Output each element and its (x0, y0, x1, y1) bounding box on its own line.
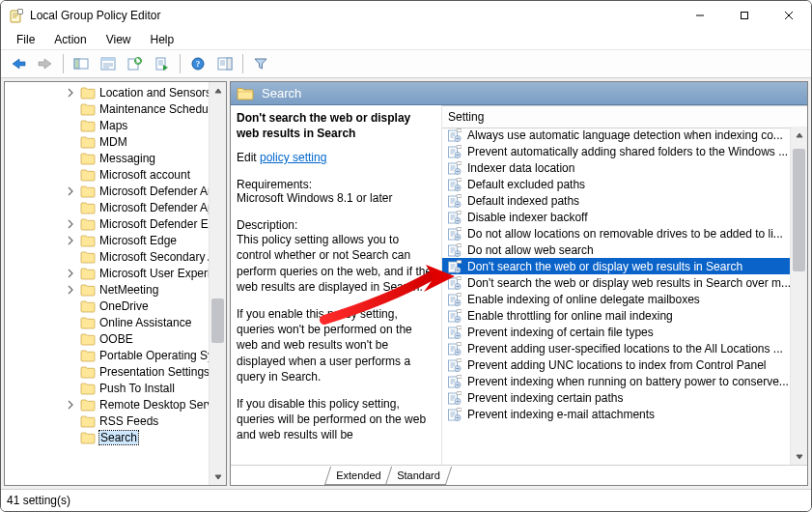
setting-row[interactable]: Prevent indexing when running on battery… (442, 373, 791, 389)
setting-row[interactable]: Prevent adding UNC locations to index fr… (442, 356, 791, 373)
chevron-right-icon[interactable] (66, 186, 75, 196)
menu-view[interactable]: View (97, 30, 141, 49)
setting-row[interactable]: Indexer data location (442, 159, 791, 176)
chevron-right-icon[interactable] (66, 400, 75, 410)
setting-label: Indexer data location (467, 161, 574, 175)
tree-item[interactable]: Microsoft account (5, 166, 226, 183)
tree-item-label: RSS Feeds (99, 414, 158, 428)
setting-row[interactable]: Prevent indexing e-mail attachments (442, 406, 791, 422)
tree-item[interactable]: MDM (5, 133, 226, 150)
filter-button[interactable] (248, 51, 273, 76)
tree-item-label: Maintenance Scheduler (99, 102, 221, 116)
setting-label: Prevent indexing e-mail attachments (467, 408, 655, 421)
edit-policy-link[interactable]: policy setting (260, 151, 326, 164)
tree-item[interactable]: Microsoft User Experie (5, 265, 226, 281)
setting-icon (448, 276, 462, 290)
chevron-right-icon[interactable] (66, 88, 75, 98)
tree-item-label: Location and Sensors (99, 86, 211, 100)
maximize-button[interactable] (722, 1, 767, 30)
setting-row[interactable]: Do not allow web search (442, 242, 791, 258)
tree-item[interactable]: Microsoft Secondary A (5, 248, 226, 265)
chevron-right-icon[interactable] (66, 269, 75, 278)
tree-item[interactable]: Maps (5, 117, 226, 133)
tree-scrollbar[interactable] (209, 82, 226, 485)
setting-icon (448, 227, 462, 241)
requirements-value: Microsoft Windows 8.1 or later (237, 191, 435, 205)
chevron-right-icon[interactable] (66, 236, 75, 245)
tree-item[interactable]: Online Assistance (5, 314, 226, 330)
tree-item[interactable]: OneDrive (5, 298, 226, 314)
setting-row[interactable]: Don't search the web or display web resu… (442, 274, 791, 291)
setting-row[interactable]: Don't search the web or display web resu… (442, 258, 791, 274)
settings-list[interactable]: Always use automatic language detection … (442, 127, 791, 465)
tree-item-label: Maps (99, 119, 127, 132)
console-tree[interactable]: Location and SensorsMaintenance Schedule… (5, 82, 226, 447)
tree-item[interactable]: Remote Desktop Servic (5, 396, 226, 412)
edit-line: Edit policy setting (237, 151, 435, 164)
svg-rect-4 (74, 59, 79, 69)
chevron-right-icon[interactable] (66, 285, 75, 295)
export-list-button[interactable] (150, 51, 175, 76)
tree-item[interactable]: Maintenance Scheduler (5, 100, 226, 117)
minimize-button[interactable] (678, 1, 722, 30)
setting-label: Always use automatic language detection … (467, 128, 783, 142)
tab-extended[interactable]: Extended (324, 467, 393, 485)
tree-item-label: NetMeeting (99, 283, 158, 297)
setting-row[interactable]: Prevent automatically adding shared fold… (442, 143, 791, 159)
setting-row[interactable]: Enable throttling for online mail indexi… (442, 307, 791, 324)
tree-item[interactable]: Messaging (5, 150, 226, 166)
tree-item[interactable]: Microsoft Defender An (5, 183, 226, 199)
toolbar: ? (1, 50, 811, 78)
show-hide-tree-button[interactable] (69, 51, 94, 76)
setting-icon (448, 178, 462, 191)
settings-column-header[interactable]: Setting (442, 105, 807, 128)
setting-row[interactable]: Default indexed paths (442, 192, 791, 209)
setting-row[interactable]: Always use automatic language detection … (442, 127, 791, 143)
setting-icon (448, 391, 462, 405)
tree-item[interactable]: Portable Operating Sys (5, 347, 226, 363)
tree-item[interactable]: Search (5, 429, 226, 445)
settings-list-pane: Setting Always use automatic language de… (441, 105, 807, 465)
back-button[interactable] (6, 51, 31, 76)
setting-row[interactable]: Do not allow locations on removable driv… (442, 225, 791, 242)
tree-item-label: Portable Operating Sys (99, 349, 219, 362)
forward-button[interactable] (33, 51, 58, 76)
setting-label: Do not allow web search (467, 243, 594, 257)
requirements-label: Requirements: (237, 178, 435, 191)
tab-standard[interactable]: Standard (385, 467, 452, 485)
setting-label: Don't search the web or display web resu… (467, 260, 742, 273)
setting-row[interactable]: Prevent indexing of certain file types (442, 324, 791, 340)
tree-item[interactable]: Push To Install (5, 380, 226, 396)
chevron-right-icon[interactable] (66, 219, 75, 229)
setting-row[interactable]: Disable indexer backoff (442, 209, 791, 225)
refresh-button[interactable] (123, 51, 148, 76)
folder-icon (80, 217, 96, 231)
settings-scrollbar[interactable] (790, 127, 807, 465)
tree-item[interactable]: Microsoft Defender Ap (5, 199, 226, 215)
menu-file[interactable]: File (7, 30, 44, 49)
setting-label: Prevent indexing of certain file types (467, 326, 654, 339)
setting-row[interactable]: Prevent indexing certain paths (442, 389, 791, 406)
tree-item[interactable]: NetMeeting (5, 281, 226, 298)
setting-row[interactable]: Enable indexing of online delegate mailb… (442, 291, 791, 307)
tree-item[interactable]: Microsoft Edge (5, 232, 226, 248)
tree-item[interactable]: Microsoft Defender Ex (5, 215, 226, 232)
setting-icon (448, 128, 462, 142)
tree-item[interactable]: Location and Sensors (5, 84, 226, 100)
properties-button[interactable] (96, 51, 121, 76)
help-button[interactable]: ? (185, 51, 210, 76)
tree-item[interactable]: OOBE (5, 330, 226, 347)
tree-item[interactable]: RSS Feeds (5, 412, 226, 429)
tree-item-label: Remote Desktop Servic (99, 398, 221, 412)
tree-item[interactable]: Presentation Settings (5, 363, 226, 380)
tree-item-label: OOBE (99, 332, 133, 346)
svg-rect-2 (742, 13, 748, 19)
menu-action[interactable]: Action (44, 30, 96, 49)
setting-row[interactable]: Prevent adding user-specified locations … (442, 340, 791, 356)
folder-icon (80, 267, 96, 280)
show-hide-action-button[interactable] (212, 51, 238, 76)
close-button[interactable] (767, 1, 811, 30)
menu-help[interactable]: Help (141, 30, 184, 49)
setting-row[interactable]: Default excluded paths (442, 176, 791, 192)
results-header-title: Search (262, 86, 301, 100)
